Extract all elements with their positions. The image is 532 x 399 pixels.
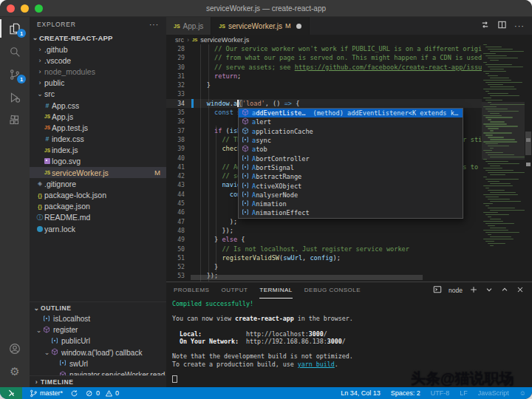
tree-item--vscode[interactable]: ›.vscode (30, 55, 166, 66)
terminal-content[interactable]: Compiled successfully!You can now view c… (166, 298, 532, 387)
terminal-shell-label[interactable]: node (449, 287, 463, 294)
code-line-50[interactable]: 50 // Is not localhost. Just register se… (166, 245, 482, 253)
code-line-31[interactable]: 31 return; (166, 72, 482, 81)
outline-item[interactable]: navigator.serviceWorker.read (30, 369, 166, 375)
code-line-52[interactable]: 52 } (166, 262, 482, 271)
open-changes-icon[interactable] (480, 19, 490, 33)
outline-item[interactable]: ⌄register (30, 324, 166, 335)
tree-item--gitignore[interactable]: ◈.gitignore (30, 178, 166, 189)
tree-item--github[interactable]: ›.github (30, 44, 166, 55)
run-debug-icon[interactable] (0, 86, 30, 109)
close-window-button[interactable] (7, 4, 15, 13)
vertical-scrollbar[interactable] (525, 44, 532, 282)
minimize-window-button[interactable] (21, 4, 29, 13)
code-line-34[interactable]: 34 window.a('load', () => { (166, 99, 482, 108)
editor-more-actions-icon[interactable]: ··· (514, 21, 525, 30)
close-panel-icon[interactable] (516, 284, 525, 297)
settings-gear-icon[interactable]: ⚙ (0, 360, 30, 383)
outline-item[interactable]: isLocalhost (30, 313, 166, 324)
extensions-icon[interactable] (0, 109, 30, 132)
indentation-item[interactable]: Spaces: 2 (391, 389, 420, 397)
suggest-item-Animation[interactable]: Animation (239, 200, 463, 208)
encoding-item[interactable]: UTF-8 (431, 389, 450, 397)
code-editor[interactable]: 28 // Our service worker won't work if P… (166, 44, 532, 282)
tree-item-app-js[interactable]: JSApp.js (30, 111, 166, 122)
breadcrumb-folder[interactable]: src (175, 36, 184, 44)
symbol-method-icon (242, 117, 252, 126)
outline-header[interactable]: ⌄ OUTLINE (30, 302, 166, 313)
tab-serviceworker-js[interactable]: JS serviceWorker.js M (211, 17, 309, 35)
account-icon[interactable] (0, 337, 30, 360)
suggest-item-atob[interactable]: atob (239, 145, 463, 154)
suggest-item-AnalyserNode[interactable]: AnalyserNode (239, 191, 463, 200)
feedback-smiley-icon[interactable]: ☺ (519, 389, 526, 397)
split-editor-icon[interactable] (497, 19, 507, 33)
line-number: 34 (166, 99, 191, 108)
tab-problems[interactable]: PROBLEMS (174, 282, 209, 299)
tree-item-app-css[interactable]: #App.css (30, 100, 166, 111)
tree-item-yarn-lock[interactable]: yarn.lock (30, 223, 166, 234)
tree-item-index-css[interactable]: #index.css (30, 134, 166, 145)
tree-item-index-js[interactable]: JSindex.js (30, 145, 166, 156)
source-control-icon[interactable]: 1 (0, 63, 30, 86)
outline-item[interactable]: swUrl (30, 358, 166, 369)
tab-output[interactable]: OUTPUT (221, 282, 248, 299)
tree-item-src[interactable]: ⌄src (30, 89, 166, 100)
code-line-30[interactable]: 30 // serve assets; see https://github.c… (166, 63, 482, 72)
problems-item[interactable]: 0 0 (86, 389, 119, 398)
project-root-row[interactable]: ⌄ CREATE-REACT-APP (30, 32, 166, 44)
tab-app-js[interactable]: JS App.js (166, 17, 211, 35)
outline-item[interactable]: ⌄window.a('load') callback (30, 347, 166, 358)
tree-item-package-json[interactable]: {}package.json (30, 201, 166, 212)
code-line-48[interactable]: 48 }); (166, 226, 482, 235)
suggest-item-AbortSignal[interactable]: AbortSignal (239, 163, 463, 172)
line-number: 38 (166, 135, 191, 144)
breadcrumb-file[interactable]: serviceWorker.js (200, 36, 249, 44)
file-label: node_modules (44, 67, 95, 76)
code-line-28[interactable]: 28 // Our service worker won't work if P… (166, 44, 482, 53)
tree-item-app-test-js[interactable]: JSApp.test.js (30, 122, 166, 133)
code-line-51[interactable]: 51 registerValidSW(swUrl, config); (166, 253, 482, 262)
suggest-item-async[interactable]: async (239, 136, 463, 145)
sync-icon[interactable] (70, 389, 78, 398)
zoom-window-button[interactable] (35, 4, 43, 13)
timeline-header[interactable]: › TIMELINE (30, 376, 166, 387)
explorer-more-icon[interactable]: ··· (149, 21, 159, 29)
tree-item-public[interactable]: ›public (30, 78, 166, 89)
language-mode-item[interactable]: JavaScript (478, 389, 509, 397)
unsaved-dot-icon[interactable] (296, 24, 301, 29)
code-line-49[interactable]: 49 } else { (166, 235, 482, 244)
tree-item-readme-md[interactable]: ⓘREADME.md (30, 212, 166, 223)
cursor-position-item[interactable]: Ln 34, Col 13 (341, 389, 381, 397)
tab-debug-console[interactable]: DEBUG CONSOLE (304, 282, 361, 299)
suggest-item-alert[interactable]: alert (239, 117, 463, 126)
code-line-32[interactable]: 32 } (166, 81, 482, 89)
tree-item-serviceworker-js[interactable]: JSserviceWorker.jsM (30, 167, 166, 178)
terminal-dropdown-icon[interactable] (485, 284, 494, 297)
tree-item-package-lock-json[interactable]: {}package-lock.json (30, 189, 166, 200)
horizontal-scrollbar[interactable] (191, 275, 423, 280)
scrollbar-thumb[interactable] (525, 132, 531, 155)
tree-item-logo-svg[interactable]: logo.svg (30, 156, 166, 167)
new-terminal-icon[interactable] (469, 284, 478, 297)
suggest-item-AbstractRange[interactable]: AbstractRange (239, 172, 463, 181)
suggest-item-AnimationEffect[interactable]: AnimationEffect (239, 208, 463, 217)
git-branch-item[interactable]: master* (30, 389, 63, 398)
tab-bar: JS App.js JS serviceWorker.js M ··· (166, 17, 532, 35)
explorer-icon[interactable]: 1 (0, 17, 30, 40)
eol-item[interactable]: LF (460, 389, 468, 397)
code-line-33[interactable]: 33 (166, 89, 482, 98)
tree-item-node-modules[interactable]: ›node_modules (30, 66, 166, 77)
suggest-item-addEventListe[interactable]: addEventListe…(method) addEventListener<… (239, 109, 463, 117)
remote-indicator[interactable] (0, 387, 22, 399)
search-icon[interactable] (0, 40, 30, 63)
suggest-item-ActiveXObject[interactable]: ActiveXObject (239, 181, 463, 190)
suggest-item-AbortController[interactable]: AbortController (239, 154, 463, 163)
suggest-item-applicationCache[interactable]: applicationCache (239, 127, 463, 136)
outline-item[interactable]: publicUrl (30, 335, 166, 347)
file-tree: ›.github›.vscode›node_modules›public⌄src… (30, 44, 166, 234)
code-line-29[interactable]: 29 // from what our page is served on. T… (166, 53, 482, 62)
minimap[interactable] (482, 44, 525, 282)
maximize-panel-icon[interactable] (500, 284, 509, 297)
tab-terminal[interactable]: TERMINAL (259, 282, 292, 299)
